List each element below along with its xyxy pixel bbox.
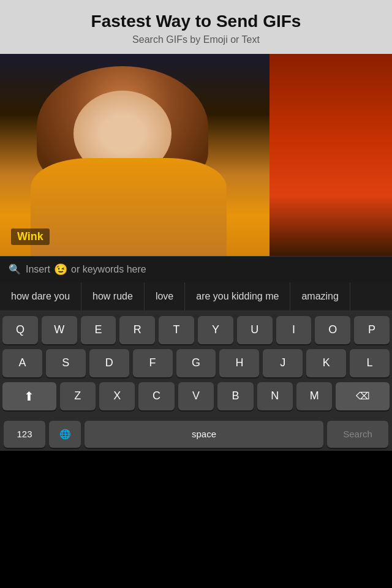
gif-panel-right[interactable] [270, 54, 392, 256]
key-W[interactable]: W [42, 316, 77, 344]
keyboard-row-1: Q W E R T Y U I O P [2, 316, 390, 344]
app-subtitle: Search GIFs by Emoji or Text [12, 34, 380, 45]
search-placeholder-suffix: or keywords here [71, 264, 146, 275]
suggestion-item[interactable]: amazing [290, 282, 350, 311]
key-V[interactable]: V [178, 382, 214, 410]
search-input[interactable]: Insert 😉 or keywords here [26, 263, 383, 276]
keyboard-row-3: ⬆ Z X C V B N M ⌫ [2, 382, 390, 410]
gif-panel-left[interactable]: Wink [0, 54, 270, 256]
gif-caption: Wink [11, 228, 50, 245]
key-T[interactable]: T [159, 316, 194, 344]
key-A[interactable]: A [2, 349, 42, 377]
key-Y[interactable]: Y [198, 316, 233, 344]
space-key[interactable]: space [85, 421, 323, 448]
search-placeholder-prefix: Insert [26, 264, 50, 275]
delete-key[interactable]: ⌫ [336, 382, 390, 410]
key-Q[interactable]: Q [2, 316, 38, 344]
shift-key[interactable]: ⬆ [2, 382, 56, 410]
globe-icon: 🌐 [59, 429, 71, 440]
key-L[interactable]: L [350, 349, 390, 377]
search-key[interactable]: Search [327, 421, 388, 448]
suggestion-item[interactable]: love [145, 282, 185, 311]
key-P[interactable]: P [354, 316, 390, 344]
key-N[interactable]: N [257, 382, 293, 410]
key-Z[interactable]: Z [60, 382, 96, 410]
search-bar[interactable]: 🔍 Insert 😉 or keywords here [0, 256, 392, 282]
keyboard-row-2: A S D F G H J K L [2, 349, 390, 377]
key-X[interactable]: X [99, 382, 135, 410]
gif-visual-body [31, 158, 227, 256]
suggestion-item[interactable]: how rude [81, 282, 145, 311]
shift-icon: ⬆ [24, 389, 34, 404]
delete-icon: ⌫ [356, 390, 370, 402]
key-J[interactable]: J [263, 349, 303, 377]
suggestion-item[interactable]: are you kidding me [185, 282, 290, 311]
app-header: Fastest Way to Send GIFs Search GIFs by … [0, 0, 392, 54]
key-G[interactable]: G [176, 349, 216, 377]
app-title: Fastest Way to Send GIFs [12, 11, 380, 32]
key-E[interactable]: E [81, 316, 116, 344]
key-H[interactable]: H [219, 349, 259, 377]
key-S[interactable]: S [46, 349, 86, 377]
numbers-key[interactable]: 123 [4, 421, 45, 448]
suggestion-row: how dare you how rude love are you kiddi… [0, 282, 392, 311]
key-U[interactable]: U [237, 316, 273, 344]
globe-key[interactable]: 🌐 [49, 421, 81, 448]
keyboard-bottom-row: 123 🌐 space Search [0, 418, 392, 451]
search-icon: 🔍 [9, 263, 21, 275]
key-R[interactable]: R [119, 316, 155, 344]
key-M[interactable]: M [296, 382, 332, 410]
suggestion-item[interactable]: how dare you [0, 282, 81, 311]
gif-display-area: Wink [0, 54, 392, 256]
key-O[interactable]: O [315, 316, 350, 344]
key-D[interactable]: D [89, 349, 129, 377]
key-F[interactable]: F [133, 349, 173, 377]
key-K[interactable]: K [306, 349, 346, 377]
keyboard: Q W E R T Y U I O P A S D F G H J K L ⬆ … [0, 311, 392, 418]
key-I[interactable]: I [276, 316, 312, 344]
key-B[interactable]: B [217, 382, 253, 410]
search-placeholder-emoji: 😉 [54, 263, 67, 276]
key-C[interactable]: C [138, 382, 174, 410]
